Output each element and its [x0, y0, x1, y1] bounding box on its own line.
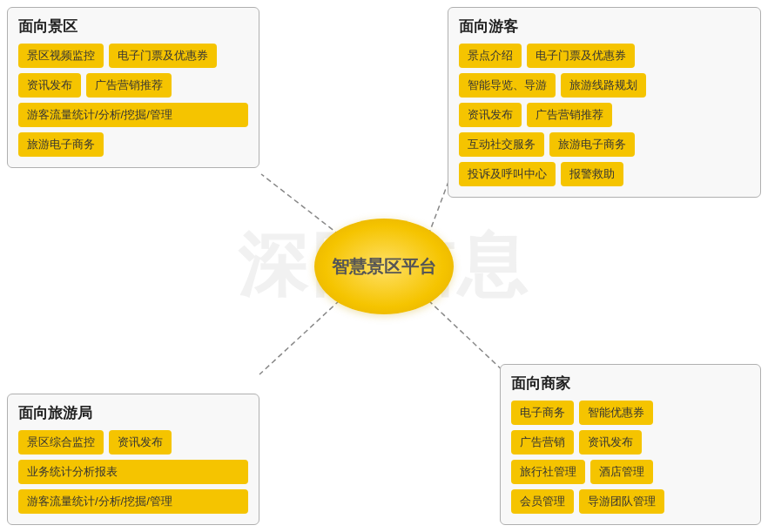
tags-row: 电子商务 智能优惠券: [511, 401, 750, 425]
tag-lyddzsw2: 旅游电子商务: [549, 132, 635, 157]
tags-grid-top-right: 景点介绍 电子门票及优惠券 智能导览、导游 旅游线路规划 资讯发布 广告营销推荐…: [459, 44, 750, 186]
quadrant-bottom-left: 面向旅游局 景区综合监控 资讯发布 业务统计分析报表 游客流量统计/分析/挖掘/…: [7, 394, 259, 525]
tag-lylxgh: 旅游线路规划: [561, 73, 646, 98]
tag-hdshfw: 互动社交服务: [459, 132, 544, 157]
tags-row: 资讯发布 广告营销推荐: [459, 103, 750, 127]
quadrant-top-right-title: 面向游客: [459, 17, 750, 37]
tag-zxfb4: 资讯发布: [579, 430, 642, 455]
tag-jdjs: 景点介绍: [459, 44, 522, 68]
tags-row: 投诉及呼叫中心 报警救助: [459, 162, 750, 186]
center-ellipse: 智慧景区平台: [314, 219, 454, 314]
tags-row: 旅行社管理 酒店管理: [511, 460, 750, 484]
tag-znyhq: 智能优惠券: [579, 401, 653, 425]
quadrant-top-left: 面向景区 景区视频监控 电子门票及优惠券 资讯发布 广告营销推荐 游客流量统计/…: [7, 7, 259, 168]
quadrant-bottom-right: 面向商家 电子商务 智能优惠券 广告营销 资讯发布 旅行社管理 酒店管理 会员管…: [500, 364, 761, 525]
tags-grid-top-left: 景区视频监控 电子门票及优惠券 资讯发布 广告营销推荐 游客流量统计/分析/挖掘…: [18, 44, 248, 157]
tags-row: 智能导览、导游 旅游线路规划: [459, 73, 750, 98]
tags-grid-bottom-left: 景区综合监控 资讯发布 业务统计分析报表 游客流量统计/分析/挖掘/管理: [18, 430, 248, 514]
main-container: 深图信息 RiT 智慧景区平台 面向景区 景区视频监控 电子门票及优惠券 资讯: [0, 0, 768, 532]
tags-row: 会员管理 导游团队管理: [511, 489, 750, 514]
svg-line-0: [261, 174, 340, 235]
tags-row: 景点介绍 电子门票及优惠券: [459, 44, 750, 68]
tags-row: 景区视频监控 电子门票及优惠券: [18, 44, 248, 68]
tag-jqzhkj: 景区综合监控: [18, 430, 104, 455]
tags-row: 业务统计分析报表: [18, 460, 248, 484]
tag-zxfb3: 资讯发布: [109, 430, 172, 455]
tag-jdgl: 酒店管理: [590, 460, 653, 484]
tag-yklltj2: 游客流量统计/分析/挖掘/管理: [18, 489, 248, 514]
tag-ggyxtj2: 广告营销推荐: [527, 103, 612, 127]
tags-row: 景区综合监控 资讯发布: [18, 430, 248, 455]
tag-bjjz: 报警救助: [561, 162, 623, 186]
tag-dzmppyhq: 电子门票及优惠券: [109, 44, 217, 68]
tag-dzswbr: 电子商务: [511, 401, 574, 425]
tag-tshyjzx: 投诉及呼叫中心: [459, 162, 556, 186]
quadrant-top-right: 面向游客 景点介绍 电子门票及优惠券 智能导览、导游 旅游线路规划 资讯发布 广…: [448, 7, 761, 198]
tag-lxsgl: 旅行社管理: [511, 460, 585, 484]
tag-ggyx: 广告营销: [511, 430, 574, 455]
center-label: 智慧景区平台: [332, 254, 436, 279]
tag-jqspjk: 景区视频监控: [18, 44, 104, 68]
tag-yklltj: 游客流量统计/分析/挖掘/管理: [18, 103, 248, 127]
svg-line-3: [428, 300, 507, 374]
tags-grid-bottom-right: 电子商务 智能优惠券 广告营销 资讯发布 旅行社管理 酒店管理 会员管理 导游团…: [511, 401, 750, 514]
tags-row: 旅游电子商务: [18, 132, 248, 157]
tag-zndy: 智能导览、导游: [459, 73, 556, 98]
tag-zxfb: 资讯发布: [18, 73, 81, 98]
tag-lyddzsw: 旅游电子商务: [18, 132, 104, 157]
tags-row: 游客流量统计/分析/挖掘/管理: [18, 103, 248, 127]
svg-line-2: [259, 300, 340, 374]
tags-row: 互动社交服务 旅游电子商务: [459, 132, 750, 157]
tag-ywzxfxbb: 业务统计分析报表: [18, 460, 248, 484]
tag-hygl: 会员管理: [511, 489, 574, 514]
tag-dzmppyhq2: 电子门票及优惠券: [527, 44, 635, 68]
tags-row: 游客流量统计/分析/挖掘/管理: [18, 489, 248, 514]
tags-row: 资讯发布 广告营销推荐: [18, 73, 248, 98]
quadrant-bottom-left-title: 面向旅游局: [18, 403, 248, 423]
tags-row: 广告营销 资讯发布: [511, 430, 750, 455]
tag-ggyxtj: 广告营销推荐: [86, 73, 172, 98]
quadrant-top-left-title: 面向景区: [18, 17, 248, 37]
tag-zxfb2: 资讯发布: [459, 103, 522, 127]
tag-dytdgl: 导游团队管理: [579, 489, 664, 514]
quadrant-bottom-right-title: 面向商家: [511, 374, 750, 394]
